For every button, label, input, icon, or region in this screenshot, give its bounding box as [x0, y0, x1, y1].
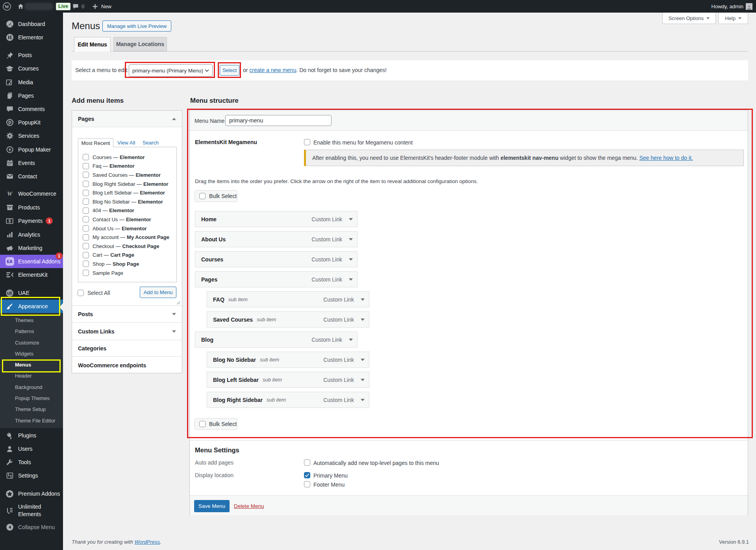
svg-text:W: W: [4, 4, 9, 9]
svg-text:W: W: [7, 190, 13, 197]
svg-text:$: $: [8, 219, 11, 223]
svg-text:U: U: [7, 291, 10, 295]
